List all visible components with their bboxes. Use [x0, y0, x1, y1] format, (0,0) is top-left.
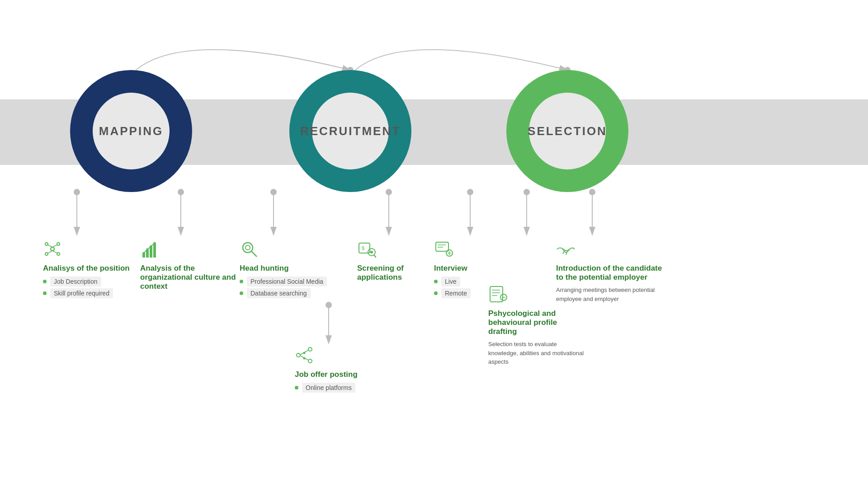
sub-dot: [240, 291, 243, 295]
sub-dot: [434, 291, 438, 295]
circle-selection-inner: SELECTION: [529, 93, 606, 169]
headhunting-sub-1: Professional Social Media: [240, 277, 339, 286]
interview-sub-text-live: Live: [441, 277, 460, 286]
svg-point-23: [57, 243, 60, 245]
svg-point-18: [524, 189, 530, 195]
svg-point-10: [270, 189, 277, 195]
svg-point-35: [146, 249, 149, 251]
circle-recruitment: RECRUITMENT: [289, 70, 411, 192]
selection-label: SELECTION: [528, 124, 607, 138]
job-offer-sub-text-1: Online platforms: [302, 383, 355, 393]
circle-selection: SELECTION: [506, 70, 628, 192]
org-culture-title: Analysis of the organizational culture a…: [140, 264, 244, 291]
sub-dot: [295, 386, 298, 389]
svg-line-29: [52, 251, 57, 253]
sub-dot: [43, 280, 47, 283]
svg-point-13: [326, 302, 332, 308]
headhunting-sub-2: Database searching: [240, 288, 339, 298]
analysis-sub-text-1: Job Description: [50, 277, 101, 286]
culture-icon: [140, 239, 244, 261]
intro-title: Introduction of the candidate to the pot…: [556, 264, 669, 282]
intro-desc: Arranging meetings between potential emp…: [556, 286, 656, 303]
job-offer-icon: [295, 346, 385, 367]
job-offer-sub-1: Online platforms: [295, 383, 385, 393]
sub-dot: [240, 280, 243, 283]
item-analysis-position: Analisys of the position Job Description…: [43, 239, 142, 300]
interview-icon: [434, 239, 524, 261]
circle-mapping: MAPPING: [70, 70, 192, 192]
svg-point-20: [589, 189, 595, 195]
item-introduction: Introduction of the candidate to the pot…: [556, 239, 674, 303]
headhunting-sub-text-2: Database searching: [247, 288, 311, 298]
svg-line-28: [48, 251, 52, 253]
headhunting-title: Head hunting: [240, 264, 339, 273]
analysis-sub-1: Job Description: [43, 277, 142, 286]
item-job-offer: Job offer posting Online platforms: [295, 346, 385, 394]
svg-line-26: [48, 245, 52, 247]
svg-point-12: [386, 189, 392, 195]
svg-point-25: [57, 253, 60, 255]
svg-point-34: [143, 252, 145, 254]
svg-point-46: [297, 353, 300, 357]
svg-point-52: [303, 357, 306, 360]
interview-title: Interview: [434, 264, 524, 273]
svg-point-24: [45, 253, 48, 255]
svg-point-8: [178, 189, 184, 195]
svg-point-47: [308, 347, 312, 351]
svg-text:$: $: [362, 245, 364, 251]
svg-point-22: [45, 243, 48, 245]
intro-icon: [556, 239, 674, 261]
svg-point-51: [303, 352, 306, 354]
svg-point-45: [370, 251, 373, 253]
diagram-container: MAPPING RECRUITMENT SELECTION: [0, 0, 868, 488]
svg-point-6: [74, 189, 80, 195]
item-headhunting: Head hunting Professional Social Media D…: [240, 239, 339, 300]
item-org-culture: Analysis of the organizational culture a…: [140, 239, 244, 295]
svg-point-38: [243, 243, 253, 253]
analysis-icon: [43, 239, 142, 261]
sub-dot: [43, 291, 47, 295]
svg-point-36: [150, 245, 152, 248]
svg-line-39: [251, 251, 257, 257]
interview-sub-text-remote: Remote: [441, 288, 471, 298]
job-offer-title: Job offer posting: [295, 370, 385, 379]
circle-mapping-inner: MAPPING: [93, 93, 170, 169]
svg-point-48: [308, 359, 312, 363]
svg-rect-53: [436, 242, 448, 251]
svg-rect-33: [153, 243, 156, 258]
psych-title: Pshycological and behavioural profile dr…: [488, 309, 588, 336]
svg-line-43: [374, 255, 376, 258]
svg-point-40: [245, 245, 250, 250]
psych-desc: Selection tests to evaluate knowledge, a…: [488, 340, 588, 366]
headhunting-sub-text-1: Professional Social Media: [247, 277, 327, 286]
svg-line-27: [52, 245, 57, 247]
svg-rect-32: [150, 246, 152, 258]
svg-point-16: [467, 189, 473, 195]
mapping-label: MAPPING: [99, 124, 163, 138]
circle-recruitment-inner: RECRUITMENT: [312, 93, 389, 169]
svg-point-21: [51, 247, 54, 251]
analysis-sub-text-2: Skill profile required: [50, 288, 113, 298]
sub-dot: [434, 280, 438, 283]
analysis-sub-2: Skill profile required: [43, 288, 142, 298]
svg-line-65: [563, 251, 564, 254]
headhunting-icon: [240, 239, 339, 261]
recruitment-label: RECRUITMENT: [300, 124, 401, 138]
analysis-position-title: Analisys of the position: [43, 264, 142, 273]
svg-point-37: [154, 242, 156, 244]
